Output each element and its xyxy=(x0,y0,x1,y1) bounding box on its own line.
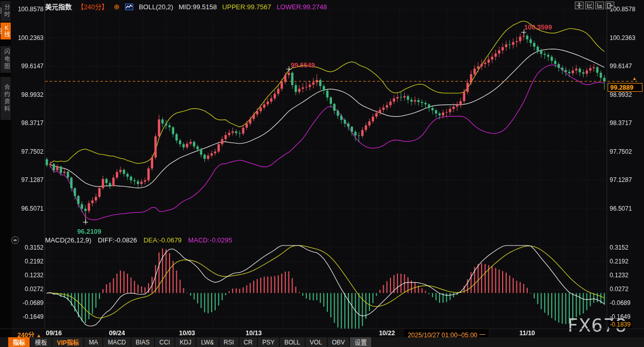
macd-axis-label-left: -0.0689 xyxy=(15,299,44,307)
price-axis-label-left: 97.7502 xyxy=(15,148,44,155)
macd-dea-value: DEA:-0.0679 xyxy=(143,236,181,244)
boll-lower-value: LOWER:99.2748 xyxy=(277,3,327,11)
chart-type-sidebar: 分时图K线图闪电图合约资料 xyxy=(0,0,11,347)
price-axis-label-left: 96.5071 xyxy=(15,205,44,212)
price-axis-label-right: 100.2363 xyxy=(610,34,635,42)
symbol-name: 美元指数 xyxy=(45,3,72,11)
toolbar-item-OBV[interactable]: OBV xyxy=(327,337,350,347)
price-axis-label-right: 96.5071 xyxy=(610,205,632,212)
macd-axis-label-right: 0.0272 xyxy=(610,285,629,293)
boll-indicator-label: BOLL(20,2) xyxy=(139,3,173,11)
macd-axis-label-right: -0.0689 xyxy=(610,299,631,307)
macd-diff-value: DIFF:-0.0826 xyxy=(98,236,137,244)
macd-axis-label-right: 0.3152 xyxy=(610,244,629,251)
sidebar-tab-闪电图[interactable]: 闪电图 xyxy=(1,46,11,73)
price-axis-label-left: 99.6147 xyxy=(15,63,44,70)
x-axis-date-label: 10/03 xyxy=(179,330,195,337)
x-axis-date-label: 11/10 xyxy=(520,330,535,337)
toolbar-item-PSY[interactable]: PSY xyxy=(258,337,280,347)
price-axis-label-left: 97.1287 xyxy=(15,176,44,183)
chart-type-icon[interactable] xyxy=(125,4,133,12)
price-axis-label-left: 98.3717 xyxy=(15,119,44,127)
indicator-toolbar: 指标模板VIP指标MAMACDBIASCCIKDJLW&RSICRPSYBOLL… xyxy=(0,337,644,347)
price-axis-label-right: 97.7502 xyxy=(610,148,632,155)
x-axis-date-label: 09/16 xyxy=(46,330,61,337)
x-axis-date-label: 09/24 xyxy=(109,330,125,337)
price-axis-label-left: 100.2363 xyxy=(15,34,44,42)
toolbar-item-MACD[interactable]: MACD xyxy=(103,337,131,347)
macd-axis-min-label: -0.1839 xyxy=(609,321,632,328)
macd-axis-label-right: 0.1232 xyxy=(610,272,629,279)
axis-pan-icon[interactable] xyxy=(595,2,604,9)
price-axis-label-right: 99.6147 xyxy=(610,63,632,70)
window-icon-bar xyxy=(575,2,614,9)
toolbar-item-CCI[interactable]: CCI xyxy=(155,337,175,347)
toolbar-item-CR[interactable]: CR xyxy=(239,337,258,347)
sidebar-tab-K线图[interactable]: K线图 xyxy=(1,23,11,39)
x-axis-date-label: 10/22 xyxy=(379,330,395,337)
indicator-cycle-icon[interactable]: ◂▸ xyxy=(11,236,19,244)
price-axis-label-left: 100.8578 xyxy=(15,6,44,13)
sidebar-tab-合约资料[interactable]: 合约资料 xyxy=(1,77,11,120)
toolbar-item-RSI[interactable]: RSI xyxy=(219,337,239,347)
price-axis-label-right: 97.1287 xyxy=(610,176,632,183)
toolbar-item-模板[interactable]: 模板 xyxy=(30,337,52,347)
sidebar-tab-分时图[interactable]: 分时图 xyxy=(1,1,11,22)
price-axis-label-right: 98.9932 xyxy=(610,91,632,98)
toolbar-item-BIAS[interactable]: BIAS xyxy=(131,337,155,347)
price-axis-label-right: 98.3717 xyxy=(610,119,632,127)
chart-application-window: 分时图K线图闪电图合约资料 美元指数 【240分】 ⊕ BOLL(20,2) M… xyxy=(0,0,644,347)
toolbar-item-MA[interactable]: MA xyxy=(84,337,103,347)
last-price-box: 99.2889 xyxy=(608,83,642,92)
toolbar-item-VOL[interactable]: VOL xyxy=(305,337,327,347)
toolbar-item-指标[interactable]: 指标 xyxy=(8,337,30,347)
pan-icon[interactable] xyxy=(575,2,584,9)
toolbar-item-VIP指标[interactable]: VIP指标 xyxy=(52,337,84,347)
macd-indicator-label: MACD(26,12,9) xyxy=(45,236,91,244)
toolbar-item-KDJ[interactable]: KDJ xyxy=(175,337,197,347)
last-price-value: 99.2889 xyxy=(610,84,633,91)
boll-upper-value: UPPER:99.7567 xyxy=(222,3,271,11)
macd-header: MACD(26,12,9) DIFF:-0.0826 DEA:-0.0679 M… xyxy=(45,236,237,244)
macd-axis-label-left: 0.2192 xyxy=(15,258,44,265)
macd-axis-label-left: 0.1232 xyxy=(15,272,44,279)
macd-bar-value: MACD:-0.0295 xyxy=(188,236,232,244)
x-axis-row: 09/1609/2410/0310/1310/2211/102025/10/27… xyxy=(0,329,644,338)
macd-axis-label-left: 0.0272 xyxy=(15,285,44,293)
chart-header: 美元指数 【240分】 ⊕ BOLL(20,2) MID:99.5158 UPP… xyxy=(45,2,330,10)
price-axis-label-left: 98.9932 xyxy=(15,91,44,98)
boll-mid-value: MID:99.5158 xyxy=(179,3,217,11)
x-axis-date-label: 10/13 xyxy=(246,330,262,337)
add-compare-icon[interactable]: ⊕ xyxy=(114,3,120,11)
period-label: 【240分】 xyxy=(77,3,109,11)
toolbar-item-BOLL[interactable]: BOLL xyxy=(280,337,305,347)
toolbar-item-LW&[interactable]: LW& xyxy=(196,337,219,347)
macd-axis-label-left: -0.1649 xyxy=(15,313,44,320)
macd-axis-label-right: 0.2192 xyxy=(610,258,629,265)
macd-axis-label-left: 0.3152 xyxy=(15,244,44,251)
toolbar-item-设置[interactable]: 设置 xyxy=(350,337,372,347)
axis-scale-icon[interactable] xyxy=(585,2,594,9)
candlestick-macd-chart-canvas[interactable] xyxy=(0,0,644,347)
close-panel-icon[interactable] xyxy=(606,2,614,9)
